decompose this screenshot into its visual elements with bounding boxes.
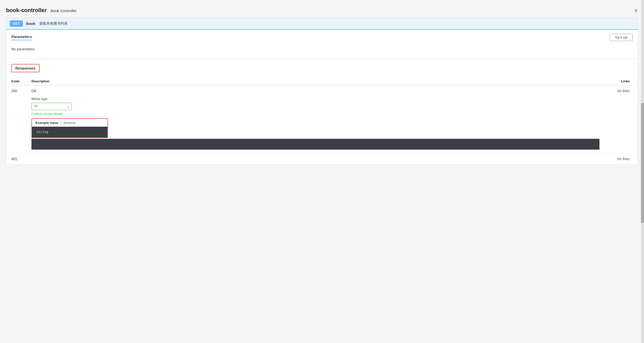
column-header-links: Links [602,77,633,85]
chevron-down-icon[interactable]: ∨ [634,7,638,13]
table-row: 401 No links [11,153,633,165]
column-header-code: Code [11,77,31,85]
responses-section: Responses Code Description Links 200 OK [6,59,638,164]
no-links-text-401: No links [617,157,630,161]
controller-header: book-controller Book Controller ∨ [6,4,638,18]
parameters-section: Parameters Try it out No parameters [6,30,638,59]
column-header-description: Description [31,77,602,85]
response-description-200: OK Media type */* ⌄ Controls Accept head… [31,85,602,153]
example-code-block: string [32,127,107,138]
endpoint-description: 获取所有图书列表 [39,21,68,26]
response-description-401 [31,153,602,165]
response-links-200: No links [602,85,633,153]
tab-divider: | [60,121,61,125]
response-ok-text: OK [31,89,599,93]
parameters-title: Parameters [11,35,32,40]
controller-name: book-controller [6,7,47,14]
code-value: string [36,130,48,134]
method-badge: GET [10,20,23,27]
responses-table: Code Description Links 200 OK Media type [11,77,633,164]
controller-subtitle: Book Controller [51,9,76,13]
full-code-area [31,139,599,150]
no-links-text: No links [617,89,630,93]
scrollbar-track[interactable] [641,0,644,343]
endpoint-header[interactable]: GET /book 获取所有图书列表 [6,18,638,30]
example-schema-box: Example Value | Schema string [31,118,108,138]
scrollbar-thumb[interactable] [641,103,644,223]
no-parameters-text: No parameters [11,42,633,54]
table-row: 200 OK Media type */* ⌄ Controls Accept … [11,85,633,153]
responses-header-box: Responses [11,64,39,72]
media-type-select-wrapper: */* ⌄ [31,103,72,110]
response-code-200: 200 [11,85,31,153]
endpoint-block: GET /book 获取所有图书列表 Parameters Try it out… [6,18,638,165]
try-it-out-button[interactable]: Try it out [610,34,633,41]
response-code-401: 401 [11,153,31,165]
controls-accept-text: Controls Accept header. [31,112,599,116]
example-value-tab[interactable]: Example Value [35,121,58,125]
schema-tab[interactable]: Schema [63,121,75,125]
example-schema-tabs: Example Value | Schema [32,119,107,127]
media-type-label: Media type [31,97,599,101]
endpoint-path: /book [26,22,35,26]
responses-title: Responses [15,66,35,70]
response-links-401: No links [602,153,633,165]
media-type-select[interactable]: */* [31,103,72,110]
